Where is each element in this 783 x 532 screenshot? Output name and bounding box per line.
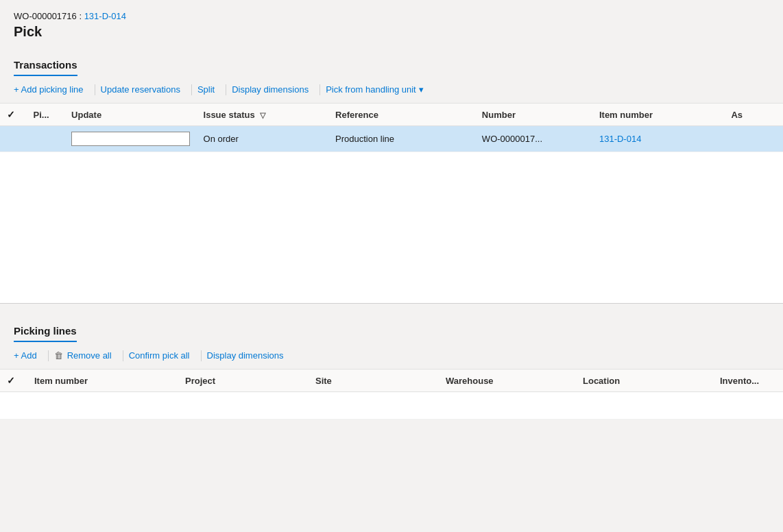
picking-th-warehouse: Warehouse bbox=[439, 370, 576, 392]
th-check: ✓ bbox=[0, 104, 26, 126]
pick-from-handling-label: Pick from handling unit bbox=[326, 84, 416, 95]
transactions-empty-area bbox=[0, 152, 783, 303]
picking-lines-toolbar: + Add 🗑 Remove all Confirm pick all Disp… bbox=[0, 342, 783, 370]
th-pick-label: Pi... bbox=[33, 110, 49, 120]
picking-lines-table: ✓ Item number Project Site Warehouse bbox=[0, 370, 783, 420]
transactions-scrollbar[interactable] bbox=[0, 303, 783, 311]
transactions-toolbar: + Add picking line Update reservations S… bbox=[0, 76, 783, 104]
th-as: As bbox=[724, 104, 783, 126]
picking-th-item-number: Item number bbox=[27, 370, 178, 392]
th-item-number: Item number bbox=[592, 104, 724, 126]
picking-th-location-label: Location bbox=[583, 376, 620, 386]
picking-th-location: Location bbox=[576, 370, 713, 392]
page-title: Pick bbox=[14, 24, 769, 40]
picking-add-button[interactable]: + Add bbox=[14, 348, 45, 363]
toolbar-divider-3 bbox=[226, 84, 226, 95]
row-update[interactable] bbox=[64, 126, 196, 152]
picking-divider-3 bbox=[201, 350, 202, 361]
picking-display-dimensions-button[interactable]: Display dimensions bbox=[204, 348, 292, 363]
add-picking-line-button[interactable]: + Add picking line bbox=[14, 82, 92, 97]
breadcrumb-item[interactable]: 131-D-014 bbox=[84, 11, 126, 21]
pick-from-handling-button[interactable]: Pick from handling unit ▾ bbox=[323, 82, 432, 97]
transactions-table-header-row: ✓ Pi... Update Issue status ▽ bbox=[0, 104, 783, 126]
split-button[interactable]: Split bbox=[195, 82, 223, 97]
transactions-header: Transactions bbox=[0, 51, 783, 76]
th-as-label: As bbox=[731, 110, 743, 120]
display-dimensions-button[interactable]: Display dimensions bbox=[229, 82, 317, 97]
picking-th-site: Site bbox=[309, 370, 439, 392]
th-reference-label: Reference bbox=[335, 110, 378, 120]
header-section: WO-000001716 : 131-D-014 Pick bbox=[0, 0, 783, 40]
picking-th-project-label: Project bbox=[185, 376, 215, 386]
transactions-table: ✓ Pi... Update Issue status ▽ bbox=[0, 104, 783, 152]
remove-icon: 🗑 bbox=[54, 350, 63, 361]
breadcrumb-wo: WO-000001716 bbox=[14, 11, 77, 21]
remove-all-button[interactable]: 🗑 Remove all bbox=[51, 348, 120, 363]
picking-empty-cell bbox=[0, 392, 783, 420]
transactions-section: Transactions + Add picking line Update r… bbox=[0, 51, 783, 311]
row-as bbox=[724, 126, 783, 152]
pick-dropdown-icon: ▾ bbox=[419, 84, 424, 95]
row-issue-status: On order bbox=[197, 126, 328, 152]
confirm-pick-all-button[interactable]: Confirm pick all bbox=[126, 348, 198, 363]
row-item-number: 131-D-014 bbox=[592, 126, 724, 152]
breadcrumb-separator: : bbox=[77, 11, 84, 21]
picking-lines-section: Picking lines + Add 🗑 Remove all Confirm… bbox=[0, 317, 783, 420]
toolbar-divider-2 bbox=[191, 84, 192, 95]
picking-lines-table-container: ✓ Item number Project Site Warehouse bbox=[0, 370, 783, 420]
transactions-title: Transactions bbox=[14, 59, 77, 76]
table-row[interactable]: On order Production line WO-0000017... 1… bbox=[0, 126, 783, 152]
row-reference: Production line bbox=[328, 126, 475, 152]
th-item-label: Item number bbox=[599, 110, 653, 120]
picking-th-project: Project bbox=[178, 370, 309, 392]
item-number-link[interactable]: 131-D-014 bbox=[599, 134, 641, 144]
update-reservations-button[interactable]: Update reservations bbox=[98, 82, 189, 97]
scroll-inner bbox=[0, 304, 783, 304]
picking-th-item-label: Item number bbox=[34, 376, 88, 386]
th-reference: Reference bbox=[328, 104, 475, 126]
update-input[interactable] bbox=[71, 132, 189, 146]
remove-all-label: Remove all bbox=[67, 350, 112, 361]
th-number-label: Number bbox=[482, 110, 516, 120]
row-number: WO-0000017... bbox=[475, 126, 592, 152]
picking-check-all-icon: ✓ bbox=[7, 375, 15, 386]
th-update-label: Update bbox=[71, 110, 101, 120]
th-issue-status: Issue status ▽ bbox=[197, 104, 328, 126]
check-all-icon: ✓ bbox=[7, 109, 15, 120]
picking-th-warehouse-label: Warehouse bbox=[446, 376, 494, 386]
th-update: Update bbox=[64, 104, 196, 126]
breadcrumb: WO-000001716 : 131-D-014 bbox=[14, 11, 769, 21]
th-pick: Pi... bbox=[26, 104, 64, 126]
picking-lines-title: Picking lines bbox=[14, 325, 77, 342]
row-check bbox=[0, 126, 26, 152]
picking-th-check: ✓ bbox=[0, 370, 27, 392]
page-container: WO-000001716 : 131-D-014 Pick Transactio… bbox=[0, 0, 783, 420]
picking-divider-2 bbox=[123, 350, 123, 361]
transactions-table-container: ✓ Pi... Update Issue status ▽ bbox=[0, 104, 783, 303]
picking-th-inventory: Invento... bbox=[713, 370, 783, 392]
th-number: Number bbox=[475, 104, 592, 126]
issue-filter-icon[interactable]: ▽ bbox=[260, 111, 265, 120]
picking-th-site-label: Site bbox=[315, 376, 332, 386]
row-pick bbox=[26, 126, 64, 152]
picking-lines-header-row: ✓ Item number Project Site Warehouse bbox=[0, 370, 783, 392]
picking-add-label: + Add bbox=[14, 350, 37, 361]
picking-lines-header: Picking lines bbox=[0, 317, 783, 342]
picking-th-inventory-label: Invento... bbox=[720, 376, 759, 386]
toolbar-divider-1 bbox=[95, 84, 95, 95]
picking-empty-row bbox=[0, 392, 783, 420]
picking-divider-1 bbox=[48, 350, 49, 361]
th-issue-label: Issue status bbox=[204, 110, 255, 120]
toolbar-divider-4 bbox=[320, 84, 320, 95]
